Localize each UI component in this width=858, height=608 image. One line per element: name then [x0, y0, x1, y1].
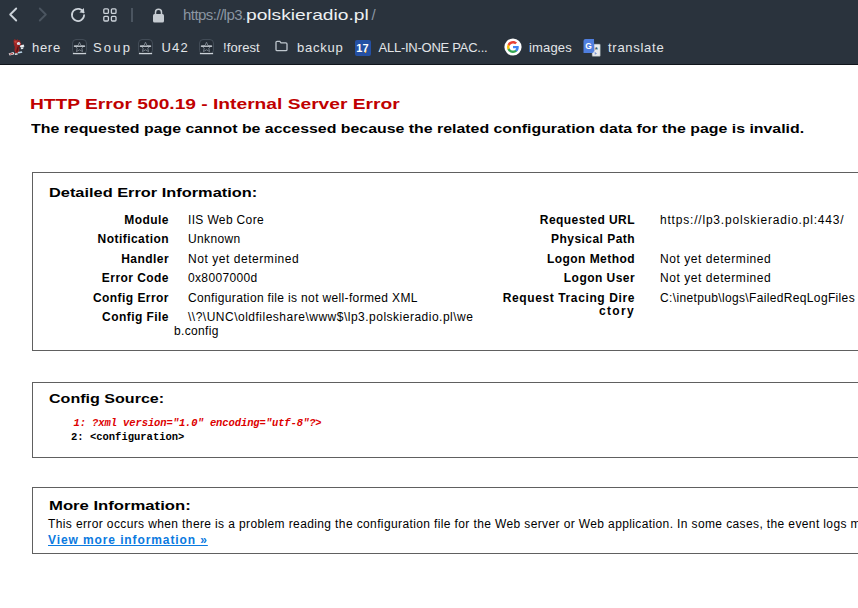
svg-text:17: 17 [356, 42, 368, 54]
svg-text:G: G [585, 41, 592, 51]
